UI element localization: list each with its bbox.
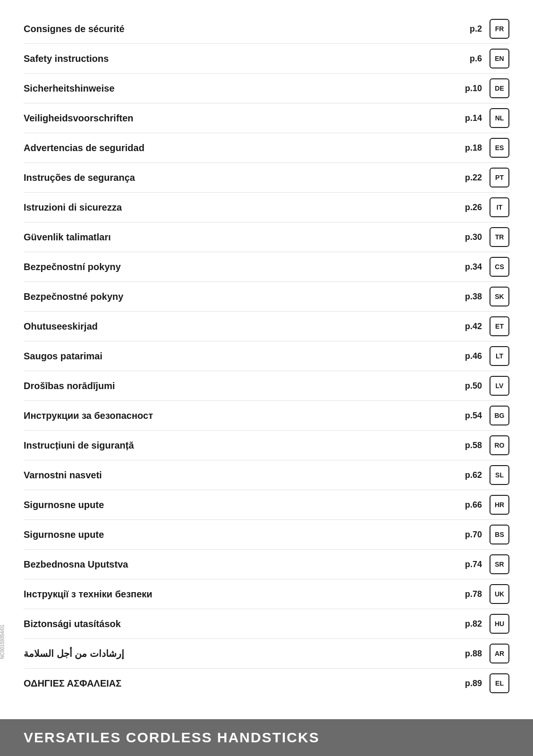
toc-item-page: p.34 [463,262,482,272]
toc-row[interactable]: Güvenlik talimatlarıp.30TR [24,222,509,252]
toc-item-title: ΟΔΗΓΙΕΣ ΑΣΦΑΛΕΙΑΣ [24,678,121,689]
lang-badge: LT [490,346,509,366]
toc-row[interactable]: Sigurnosne uputep.70BS [24,520,509,550]
lang-badge: ES [490,138,509,158]
toc-item-title: Drošības norādījumi [24,381,115,391]
toc-item-page: p.38 [463,292,482,302]
lang-badge: SK [490,287,509,306]
toc-item-title: Bezbednosna Uputstva [24,559,128,570]
toc-row[interactable]: Consignes de sécuritép.2FR [24,14,509,44]
toc-row[interactable]: Advertencias de seguridadp.18ES [24,133,509,163]
toc-item-page: p.46 [463,351,482,361]
lang-badge: NL [490,108,509,128]
toc-item-title: Sigurnosne upute [24,529,104,540]
toc-row[interactable]: Інструкції з техніки безпекиp.78UK [24,579,509,609]
toc-item-title: Bezpečnostné pokyny [24,291,123,302]
toc-item-page: p.88 [463,649,482,659]
toc-item-page: p.50 [463,381,482,391]
toc-item-title: Bezpečnostní pokyny [24,262,121,272]
lang-badge: IT [490,197,509,217]
toc-row[interactable]: Drošības norādījumip.50LV [24,371,509,401]
toc-row[interactable]: Instrucțiuni de siguranțăp.58RO [24,431,509,460]
toc-container: Consignes de sécuritép.2FRSafety instruc… [0,0,533,719]
toc-row[interactable]: Veiligheidsvoorschriftenp.14NL [24,103,509,133]
lang-badge: EN [490,49,509,68]
toc-item-page: p.30 [463,232,482,242]
toc-item-page: p.26 [463,203,482,212]
toc-item-title: Sicherheitshinweise [24,83,114,94]
toc-item-title: Veiligheidsvoorschriften [24,113,133,124]
toc-row[interactable]: Bezpečnostní pokynyp.34CS [24,252,509,282]
lang-badge: CS [490,257,509,277]
toc-item-page: p.14 [463,113,482,123]
toc-item-page: p.74 [463,560,482,569]
toc-row[interactable]: Sicherheitshinweisep.10DE [24,74,509,103]
toc-item-title: إرشادات من أجل السلامة [24,648,124,659]
lang-badge: UK [490,584,509,604]
lang-badge: EL [490,673,509,693]
toc-item-title: Varnostni nasveti [24,470,102,481]
toc-item-title: Instrucțiuni de siguranță [24,440,134,451]
toc-item-page: p.22 [463,173,482,183]
lang-badge: BS [490,525,509,544]
lang-badge: RO [490,435,509,455]
lang-badge: HU [490,614,509,634]
toc-item-title: Advertencias de seguridad [24,143,145,153]
lang-badge: TR [490,227,509,247]
toc-row[interactable]: Biztonsági utasításokp.82HU [24,609,509,639]
toc-item-page: p.42 [463,322,482,331]
toc-row[interactable]: Bezpečnostné pokynyp.38SK [24,282,509,312]
side-label: NC00159354/01 [0,625,5,659]
toc-row[interactable]: Saugos patarimaip.46LT [24,341,509,371]
toc-row[interactable]: Safety instructionsp.6EN [24,44,509,74]
lang-badge: ET [490,316,509,336]
toc-item-title: Sigurnosne upute [24,500,104,510]
lang-badge: HR [490,495,509,515]
toc-row[interactable]: Istruzioni di sicurezzap.26IT [24,193,509,222]
toc-item-title: Ohutuseeskirjad [24,321,98,332]
toc-row[interactable]: ΟΔΗΓΙΕΣ ΑΣΦΑΛΕΙΑΣp.89EL [24,669,509,698]
toc-row[interactable]: إرشادات من أجل السلامةp.88AR [24,639,509,669]
toc-item-page: p.66 [463,500,482,510]
toc-item-page: p.2 [463,24,482,34]
lang-badge: DE [490,78,509,98]
toc-item-title: Інструкції з техніки безпеки [24,589,152,600]
toc-row[interactable]: Инструкции за безопасностp.54BG [24,401,509,431]
toc-item-page: p.82 [463,619,482,629]
lang-badge: FR [490,19,509,39]
lang-badge: PT [490,168,509,187]
footer-title: VERSATILES CORDLESS HANDSTICKS [24,730,319,746]
toc-item-title: Saugos patarimai [24,351,103,362]
toc-item-title: Инструкции за безопасност [24,410,153,421]
toc-row[interactable]: Instruções de segurançap.22PT [24,163,509,193]
toc-item-page: p.89 [463,679,482,688]
toc-row[interactable]: Sigurnosne uputep.66HR [24,490,509,520]
toc-item-title: Consignes de sécurité [24,24,124,34]
lang-badge: BG [490,406,509,425]
toc-row[interactable]: Varnostni nasvetip.62SL [24,460,509,490]
toc-item-page: p.18 [463,143,482,153]
toc-row[interactable]: Bezbednosna Uputstvap.74SR [24,550,509,579]
toc-item-title: Biztonsági utasítások [24,619,121,629]
lang-badge: SR [490,554,509,574]
toc-item-page: p.62 [463,470,482,480]
toc-item-page: p.6 [463,54,482,64]
lang-badge: AR [490,644,509,663]
toc-item-title: Güvenlik talimatları [24,232,111,243]
toc-row[interactable]: Ohutuseeskirjadp.42ET [24,312,509,341]
toc-item-title: Safety instructions [24,53,109,64]
footer-bar: VERSATILES CORDLESS HANDSTICKS [0,719,533,756]
toc-item-page: p.70 [463,530,482,540]
toc-item-page: p.58 [463,441,482,450]
toc-item-title: Instruções de segurança [24,172,135,183]
toc-item-page: p.54 [463,411,482,421]
toc-item-title: Istruzioni di sicurezza [24,202,122,213]
lang-badge: LV [490,376,509,396]
toc-item-page: p.10 [463,84,482,93]
toc-item-page: p.78 [463,589,482,599]
lang-badge: SL [490,465,509,485]
